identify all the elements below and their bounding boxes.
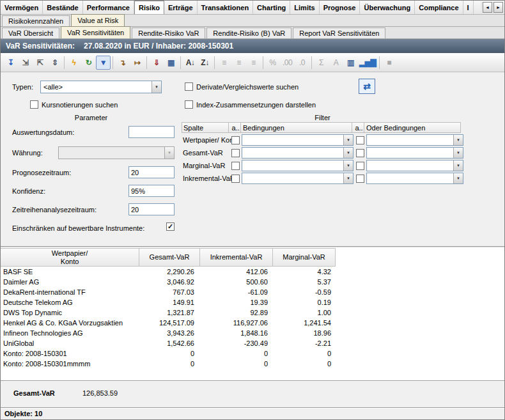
- chevron-down-icon[interactable]: [453, 135, 463, 145]
- filter-oder-bedingung-select[interactable]: [366, 147, 463, 159]
- fit-columns-icon[interactable]: ⇲: [18, 56, 33, 70]
- zeitreihenanalysezeitraum-label: Zeitreihenanalysezeitraum:: [12, 206, 97, 214]
- menu-item-ertr-ge[interactable]: Erträge: [164, 1, 198, 14]
- col-header-marginal-var[interactable]: Marginal-VaR: [272, 248, 336, 267]
- app-window: VermögenBeständePerformanceRisikoErträge…: [0, 0, 505, 420]
- menu-item-limits[interactable]: Limits: [290, 1, 319, 14]
- filter-bedingung-select[interactable]: [242, 173, 354, 184]
- derivate-checkbox[interactable]: [185, 82, 193, 91]
- export-icon[interactable]: ↧: [3, 56, 18, 70]
- index-checkbox[interactable]: [185, 100, 193, 109]
- filter-col-and-active[interactable]: a..: [228, 122, 241, 133]
- tab-var-sensitivit-ten[interactable]: VaR Sensitivitäten: [61, 26, 130, 38]
- menu-item-verm-gen[interactable]: Vermögen: [1, 1, 43, 14]
- summary-row: Gesamt-VaR 126,853.59: [13, 389, 118, 397]
- menu-item-berwachung[interactable]: Überwachung: [360, 1, 415, 14]
- filter-or-checkbox[interactable]: [356, 149, 364, 157]
- filter-col-or-active[interactable]: a..: [352, 122, 364, 133]
- table-row[interactable]: Konto: 2008-150301000: [1, 348, 504, 359]
- chevron-down-icon[interactable]: [453, 173, 463, 183]
- filter-bedingung-select[interactable]: [242, 134, 354, 146]
- refresh-sync-button[interactable]: [359, 79, 375, 94]
- table-row[interactable]: Henkel AG & Co. KGaA Vorzugsaktien124,51…: [1, 318, 504, 328]
- toolbar-separator: [180, 56, 181, 69]
- filter-row-label: Gesamt-VaR: [182, 147, 229, 159]
- menu-item-prognose[interactable]: Prognose: [320, 1, 361, 14]
- sort-asc-icon[interactable]: A↓: [183, 56, 198, 70]
- filter-oder-bedingung-select[interactable]: [366, 134, 463, 146]
- table-row[interactable]: BASF SE2,290.26412.064.32: [1, 267, 504, 277]
- tab-var-bersicht[interactable]: VaR Übersicht: [2, 27, 59, 38]
- filter-or-checkbox[interactable]: [356, 175, 364, 183]
- table-row[interactable]: Daimler AG3,046.92500.605.37: [1, 277, 504, 287]
- tab-rendite-risiko-var[interactable]: Rendite-Risiko VaR: [132, 27, 205, 38]
- status-bar: Objekte: 10: [1, 407, 504, 419]
- refresh-icon[interactable]: ↻: [81, 56, 96, 70]
- menu-item-charting[interactable]: Charting: [253, 1, 290, 14]
- tab-report-var-sensitivit-ten[interactable]: Report VaR Sensitivitäten: [293, 27, 385, 38]
- filter-oder-bedingung-select[interactable]: [366, 160, 463, 171]
- filter-or-checkbox[interactable]: [356, 136, 364, 144]
- col-header-inkremental-var[interactable]: Inkremental-VaR: [199, 248, 273, 267]
- menu-item-best-nde[interactable]: Bestände: [43, 1, 83, 14]
- menu-item-performance[interactable]: Performance: [83, 1, 134, 14]
- filter-heading: Filter: [182, 114, 463, 121]
- filter-oder-bedingung-select[interactable]: [366, 173, 463, 184]
- col-header-gesamt-var[interactable]: Gesamt-VaR: [139, 248, 200, 267]
- filter-or-checkbox[interactable]: [356, 162, 364, 170]
- drilldown-icon[interactable]: ↴: [115, 56, 130, 70]
- filter-bedingung-select[interactable]: [242, 147, 354, 159]
- col-header-wertpapier-konto[interactable]: Wertpapier/ Konto: [1, 248, 139, 267]
- main-menubar: VermögenBeständePerformanceRisikoErträge…: [1, 1, 504, 15]
- sort-desc-icon[interactable]: Z↓: [198, 56, 212, 70]
- chevron-down-icon[interactable]: [453, 148, 463, 158]
- flash-icon[interactable]: ϟ: [66, 56, 81, 70]
- filter-icon[interactable]: ▼: [96, 56, 111, 70]
- filter-bedingung-select[interactable]: [242, 160, 354, 171]
- chevron-down-icon[interactable]: [343, 148, 353, 158]
- table-row[interactable]: Konto: 2008-150301mmmm000: [1, 359, 504, 369]
- columns-icon[interactable]: ▥: [343, 56, 358, 70]
- fit-rows-icon[interactable]: ⇕: [47, 56, 62, 70]
- table-row[interactable]: Deutsche Telekom AG149.9119.390.19: [1, 297, 504, 307]
- menu-scroll-right-button[interactable]: ►: [493, 2, 503, 13]
- menu-item-i[interactable]: I: [463, 1, 474, 14]
- filter-col-bedingungen[interactable]: Bedingungen: [240, 122, 352, 133]
- chevron-down-icon[interactable]: [343, 173, 353, 183]
- menu-scroll-left-button[interactable]: ◄: [483, 2, 492, 13]
- kursnotierungen-checkbox[interactable]: [30, 100, 38, 109]
- zeitreihenanalysezeitraum-input[interactable]: [128, 203, 175, 215]
- expand-icon[interactable]: ⇱: [33, 56, 47, 70]
- table-row[interactable]: Infineon Technologies AG3,943.261,848.16…: [1, 328, 504, 338]
- menu-item-risiko[interactable]: Risiko: [134, 1, 164, 14]
- view-titlebar: VaR Sensitivitäten: 27.08.2020 in EUR / …: [1, 39, 504, 53]
- chevron-down-icon[interactable]: [152, 81, 161, 93]
- filter-col-oder-bedingungen[interactable]: Oder Bedingungen: [364, 122, 461, 133]
- prognosezeitraum-input[interactable]: [128, 166, 175, 178]
- aggregate-icon[interactable]: ⇓: [149, 56, 164, 70]
- chart-icon[interactable]: ▂▅▇: [358, 56, 377, 70]
- filter-and-checkbox[interactable]: [231, 162, 240, 170]
- table-row[interactable]: DWS Top Dynamic1,321.8792.891.00: [1, 307, 504, 318]
- menu-item-compliance[interactable]: Compliance: [415, 1, 463, 14]
- tab-rendite-risiko-b-var[interactable]: Rendite-Risiko (B) VaR: [206, 27, 291, 38]
- tab-risikokennzahlen[interactable]: Risikokennzahlen: [2, 15, 70, 26]
- konfidenz-input[interactable]: [128, 185, 175, 197]
- filter-col-spalte[interactable]: Spalte: [182, 122, 229, 133]
- einschraenken-checkbox[interactable]: [166, 222, 175, 231]
- goto-zero-icon[interactable]: ↦: [130, 56, 144, 70]
- analyze-icon[interactable]: ▦: [164, 56, 178, 70]
- chevron-down-icon[interactable]: [453, 160, 463, 171]
- typen-select[interactable]: <alle>: [40, 81, 162, 93]
- filter-and-checkbox[interactable]: [231, 175, 240, 183]
- typen-label: Typen:: [12, 83, 33, 91]
- menu-item-transaktionen[interactable]: Transaktionen: [198, 1, 254, 14]
- auswertungsdatum-input[interactable]: [128, 126, 175, 138]
- filter-and-checkbox[interactable]: [231, 149, 240, 157]
- tab-value-at-risk[interactable]: Value at Risk: [71, 14, 125, 26]
- filter-and-checkbox[interactable]: [231, 136, 240, 144]
- chevron-down-icon[interactable]: [343, 135, 353, 145]
- table-row[interactable]: DekaRent-international TF767.03-61.09-0.…: [1, 287, 504, 297]
- chevron-down-icon[interactable]: [343, 160, 353, 171]
- table-row[interactable]: UniGlobal1,542.66-230.49-2.21: [1, 338, 504, 348]
